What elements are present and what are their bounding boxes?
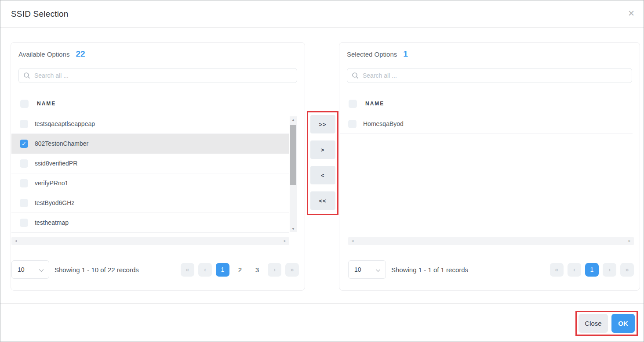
ok-button[interactable]: OK [611, 314, 635, 333]
table-row[interactable]: ✓ 802TestonChamber [11, 134, 289, 154]
prev-page-button[interactable]: ‹ [198, 263, 212, 277]
row-name: testByod6GHz [35, 199, 74, 206]
available-options-label: Available Options [18, 50, 69, 58]
available-rows: ✓ testsqaeaptlseappeap ✓ 802TestonChambe… [11, 114, 289, 233]
scroll-left-icon[interactable]: ◄ [349, 237, 356, 245]
selected-select-all-checkbox[interactable]: ✓ [349, 100, 357, 108]
row-name: testsqaeaptlseappeap [35, 120, 95, 127]
selected-options-panel: Selected Options 1 ✓ NAME ✓ HomesqaByod … [339, 42, 640, 291]
last-page-button[interactable]: » [285, 263, 299, 277]
scrollbar-thumb[interactable] [290, 125, 296, 185]
row-name: testheatmap [35, 219, 69, 226]
close-icon[interactable]: ✕ [628, 9, 635, 18]
footer-divider [0, 303, 644, 304]
row-checkbox[interactable]: ✓ [20, 179, 28, 187]
move-all-left-button[interactable]: << [310, 191, 335, 210]
selected-pagination: 10 Showing 1 - 1 of 1 records « ‹ 1 › » [348, 260, 634, 279]
available-options-panel: Available Options 22 ✓ NAME ✓ testsqaeap… [11, 42, 305, 291]
first-page-button[interactable]: « [181, 263, 194, 277]
selected-options-count: 1 [403, 49, 408, 59]
available-column-name: NAME [37, 101, 56, 107]
row-checkbox[interactable]: ✓ [20, 199, 28, 207]
row-name: verifyPRno1 [35, 180, 68, 187]
row-checkbox[interactable]: ✓ [20, 159, 28, 168]
next-page-button[interactable]: › [268, 263, 281, 277]
available-select-all-checkbox[interactable]: ✓ [20, 100, 29, 108]
table-row[interactable]: ✓ testByod6GHz [11, 193, 289, 213]
records-summary: Showing 1 - 1 of 1 records [391, 266, 468, 274]
pager: « ‹ 1 › » [550, 263, 634, 277]
chevron-down-icon [376, 267, 380, 272]
selected-search-input[interactable] [363, 72, 627, 79]
search-icon [352, 72, 359, 79]
available-options-header: Available Options 22 [18, 49, 85, 59]
pager: « ‹ 1 2 3 › » [181, 263, 299, 277]
search-icon [23, 72, 30, 79]
move-left-button[interactable]: < [310, 166, 335, 184]
modal-title: SSID Selection [11, 9, 69, 19]
ssid-selection-modal: SSID Selection ✕ Available Options 22 ✓ … [0, 0, 644, 342]
selected-options-header: Selected Options 1 [347, 49, 408, 59]
chevron-down-icon [39, 267, 44, 272]
scroll-down-icon[interactable]: ▼ [290, 226, 297, 232]
row-checkbox[interactable]: ✓ [20, 120, 28, 128]
move-all-right-button[interactable]: >> [310, 115, 335, 133]
page-size-select[interactable]: 10 [348, 260, 386, 279]
row-name: HomesqaByod [363, 120, 404, 127]
table-row[interactable]: ✓ testheatmap [11, 213, 289, 233]
page-size-value: 10 [354, 266, 361, 273]
row-checkbox[interactable]: ✓ [348, 120, 357, 128]
footer-buttons-highlight: Close OK [575, 311, 638, 336]
row-name: ssid8verifiedPR [35, 160, 77, 167]
page-button-3[interactable]: 3 [251, 263, 264, 277]
selected-options-label: Selected Options [347, 50, 397, 58]
scroll-right-icon[interactable]: ► [281, 237, 288, 245]
table-row[interactable]: ✓ verifyPRno1 [11, 173, 289, 193]
selected-rows: ✓ HomesqaByod [340, 114, 633, 134]
available-search-box [18, 68, 297, 83]
selected-column-name: NAME [365, 101, 384, 107]
scroll-right-icon[interactable]: ► [626, 237, 633, 245]
page-button-2[interactable]: 2 [233, 263, 247, 277]
next-page-button[interactable]: › [603, 263, 616, 277]
horizontal-scrollbar[interactable]: ◄ ► [11, 237, 289, 245]
page-button-1[interactable]: 1 [585, 263, 599, 277]
available-pagination: 10 Showing 1 - 10 of 22 records « ‹ 1 2 … [11, 260, 299, 279]
scroll-up-icon[interactable]: ▲ [290, 116, 297, 123]
available-options-count: 22 [76, 49, 85, 59]
page-button-1[interactable]: 1 [216, 263, 229, 277]
page-size-select[interactable]: 10 [11, 260, 49, 279]
vertical-scrollbar[interactable]: ▲ ▼ [290, 116, 297, 232]
first-page-button[interactable]: « [550, 263, 564, 277]
selected-table-header: ✓ NAME [349, 97, 384, 110]
row-checkbox[interactable]: ✓ [20, 219, 28, 227]
move-right-button[interactable]: > [310, 140, 335, 159]
selected-search-box [347, 68, 632, 83]
horizontal-scrollbar[interactable]: ◄ ► [348, 237, 634, 245]
checkmark-icon: ✓ [20, 140, 28, 148]
table-row[interactable]: ✓ ssid8verifiedPR [11, 154, 289, 173]
last-page-button[interactable]: » [620, 263, 634, 277]
table-row[interactable]: ✓ testsqaeaptlseappeap [11, 114, 289, 134]
row-name: 802TestonChamber [35, 140, 88, 147]
records-summary: Showing 1 - 10 of 22 records [55, 266, 139, 274]
close-button[interactable]: Close [579, 314, 608, 333]
available-search-input[interactable] [34, 72, 292, 79]
table-row[interactable]: ✓ HomesqaByod [340, 114, 633, 134]
scroll-left-icon[interactable]: ◄ [12, 237, 19, 245]
modal-header: SSID Selection ✕ [0, 0, 644, 28]
available-table-header: ✓ NAME [20, 97, 56, 110]
prev-page-button[interactable]: ‹ [568, 263, 581, 277]
transfer-buttons-highlight: >> > < << [307, 111, 338, 215]
page-size-value: 10 [18, 266, 25, 273]
row-checkbox[interactable]: ✓ [20, 140, 28, 148]
